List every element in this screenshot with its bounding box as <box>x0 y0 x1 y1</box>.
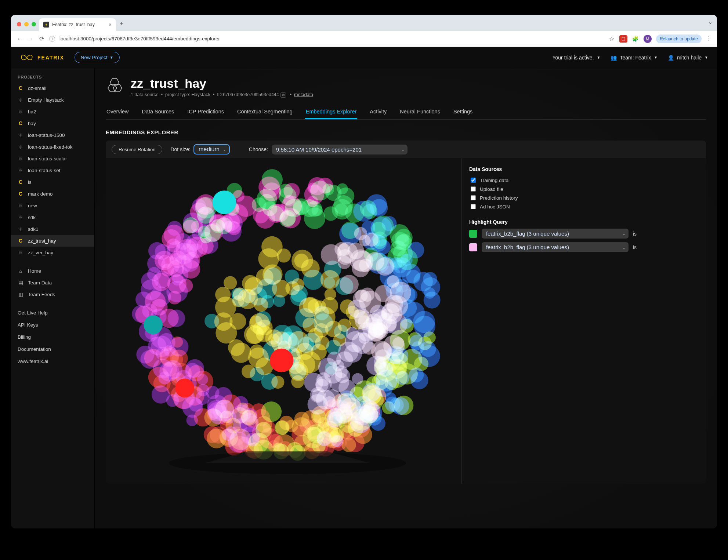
tab-activity[interactable]: Activity <box>369 105 387 119</box>
svg-point-384 <box>167 274 186 294</box>
svg-point-520 <box>283 326 303 346</box>
address-bar[interactable]: localhost:3000/projects/67067df3e3e70fff… <box>59 36 604 41</box>
sidebar-project-item[interactable]: ⚛loan-status-scalar <box>11 153 94 164</box>
data-source-checkbox[interactable]: Upload file <box>469 185 699 193</box>
page-meta: 1 data source • project type: Haystack •… <box>131 92 313 98</box>
sidebar-project-item[interactable]: Cdz-small <box>11 82 94 94</box>
sidebar-project-item[interactable]: ⚛ha2 <box>11 106 94 117</box>
home-icon: ⌂ <box>18 268 23 274</box>
sidebar-project-item[interactable]: ⚛Empty Haystack <box>11 94 94 106</box>
svg-point-344 <box>185 363 200 378</box>
svg-point-615 <box>270 349 294 372</box>
new-tab-button[interactable]: + <box>116 20 127 31</box>
svg-point-608 <box>370 305 387 322</box>
sidebar-project-item[interactable]: ⚛zz_ver_hay <box>11 247 94 258</box>
sidebar-link[interactable]: Documentation <box>11 343 94 355</box>
brand-logo[interactable]: FEATRIX <box>20 52 64 63</box>
browser-tab[interactable]: ✶ Featrix: zz_trust_hay × <box>39 18 116 31</box>
close-icon[interactable] <box>17 22 21 26</box>
svg-point-611 <box>358 322 377 342</box>
sidebar-project-item[interactable]: ⚛loan-status-fixed-tok <box>11 141 94 153</box>
project-c-icon: C <box>18 191 23 197</box>
metadata-link[interactable]: metadata <box>294 92 313 97</box>
resume-rotation-button[interactable]: Resume Rotation <box>112 145 162 154</box>
maximize-icon[interactable] <box>32 22 36 26</box>
sidebar-project-item[interactable]: Czz_trust_hay <box>11 235 94 247</box>
project-atom-icon: ⚛ <box>18 109 23 114</box>
sidebar-project-item[interactable]: ⚛sdk1 <box>11 223 94 235</box>
sidebar-link[interactable]: www.featrix.ai <box>11 355 94 367</box>
reload-icon[interactable]: ⟳ <box>38 35 45 42</box>
user-icon: 👤 <box>668 55 674 61</box>
sidebar-project-item[interactable]: Cls <box>11 176 94 188</box>
checkbox-input[interactable] <box>471 186 476 192</box>
is-label: is <box>633 231 637 237</box>
highlight-field-select[interactable]: featrix_b2b_flag (3 unique values) ⌄ <box>482 242 629 252</box>
embeddings-viz[interactable] <box>106 158 461 484</box>
sidebar-item-label: mark demo <box>28 191 53 197</box>
sidebar-link[interactable]: Billing <box>11 331 94 343</box>
extensions-icon[interactable]: 🧩 <box>632 35 639 43</box>
sidebar-project-item[interactable]: ⚛sdk <box>11 211 94 223</box>
checkbox-input[interactable] <box>471 195 476 200</box>
svg-point-287 <box>294 435 311 452</box>
explorer-sidepanel: Data Sources Training dataUpload filePre… <box>461 158 706 484</box>
svg-point-527 <box>256 311 271 327</box>
bookmark-icon[interactable]: ☆ <box>608 35 615 42</box>
close-tab-icon[interactable]: × <box>109 22 112 28</box>
data-source-checkbox[interactable]: Prediction history <box>469 193 699 202</box>
extension-icon[interactable]: ⬚ <box>619 35 627 43</box>
site-info-icon[interactable]: i <box>49 36 55 42</box>
copy-id-icon[interactable]: ⧉ <box>280 92 286 98</box>
svg-point-556 <box>365 233 379 247</box>
checkbox-input[interactable] <box>471 204 476 209</box>
tabstrip-menu-icon[interactable]: ⌄ <box>708 18 713 25</box>
sidebar-nav-item[interactable]: ▥Team Feeds <box>11 288 94 300</box>
dot-size-select[interactable]: medium ⌄ <box>193 144 230 154</box>
checkbox-label: Training data <box>480 178 508 183</box>
data-source-checkbox[interactable]: Training data <box>469 176 699 185</box>
profile-avatar[interactable]: M <box>644 35 652 43</box>
browser-menu-icon[interactable]: ⋮ <box>706 35 712 42</box>
highlight-field-select[interactable]: featrix_b2b_flag (3 unique values) ⌄ <box>482 229 629 239</box>
svg-point-526 <box>290 290 307 306</box>
sidebar-project-item[interactable]: ⚛loan-status-1500 <box>11 129 94 141</box>
tab-icp-predictions[interactable]: ICP Predictions <box>186 105 225 119</box>
checkbox-input[interactable] <box>471 178 476 183</box>
svg-point-363 <box>156 347 169 360</box>
sidebar-nav-item[interactable]: ⌂Home <box>11 265 94 277</box>
swatch-pink[interactable] <box>469 243 477 251</box>
project-atom-icon: ⚛ <box>18 97 23 103</box>
svg-point-366 <box>152 385 170 404</box>
sidebar-project-item[interactable]: Chay <box>11 117 94 129</box>
svg-point-411 <box>151 299 167 316</box>
sidebar-nav-item[interactable]: ▤Team Data <box>11 277 94 288</box>
data-source-checkbox[interactable]: Ad hoc JSON <box>469 202 699 211</box>
sidebar-project-item[interactable]: Cmark demo <box>11 188 94 200</box>
user-menu[interactable]: 👤 mitch haile ▼ <box>668 55 708 61</box>
sidebar-link[interactable]: API Keys <box>11 319 94 331</box>
tab-contextual-segmenting[interactable]: Contextual Segmenting <box>236 105 293 119</box>
is-label: is <box>633 244 637 250</box>
snapshot-select[interactable]: 9:58:10 AM 10/9/2024 epochs=201 ⌄ <box>272 145 408 154</box>
meta-type: project type: Haystack <box>165 92 210 97</box>
back-icon[interactable]: ← <box>16 36 23 42</box>
tab-embeddings-explorer[interactable]: Embeddings Explorer <box>305 105 358 119</box>
relaunch-button[interactable]: Relaunch to update <box>656 34 702 43</box>
team-switcher[interactable]: 👥 Team: Featrix ▼ <box>611 55 658 61</box>
tab-settings[interactable]: Settings <box>453 105 473 119</box>
trial-status[interactable]: Your trial is active. ▼ <box>552 55 600 61</box>
tab-neural-functions[interactable]: Neural Functions <box>399 105 441 119</box>
chevron-down-icon: ⌄ <box>223 147 226 152</box>
tab-data-sources[interactable]: Data Sources <box>141 105 175 119</box>
minimize-icon[interactable] <box>24 22 29 26</box>
new-project-button[interactable]: New Project ▼ <box>75 52 120 63</box>
forward-icon[interactable]: → <box>27 36 34 42</box>
swatch-green[interactable] <box>469 230 477 238</box>
tab-overview[interactable]: Overview <box>106 105 129 119</box>
window-controls[interactable] <box>15 22 39 31</box>
sidebar-link[interactable]: Get Live Help <box>11 307 94 319</box>
sidebar-project-item[interactable]: ⚛loan-status-set <box>11 164 94 176</box>
project-c-icon: C <box>18 85 23 91</box>
sidebar-project-item[interactable]: ⚛new <box>11 200 94 211</box>
